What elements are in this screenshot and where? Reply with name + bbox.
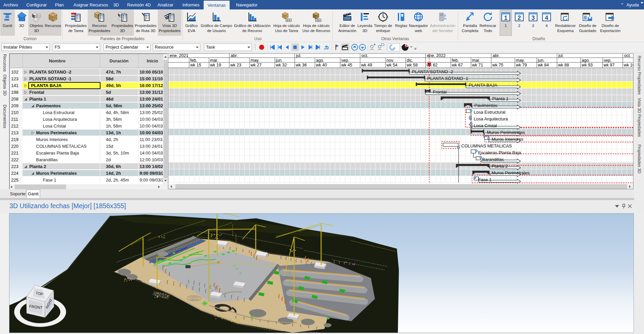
svg-text:wk 84: wk 84 — [537, 63, 549, 67]
svg-text:wk 88: wk 88 — [558, 63, 569, 67]
svg-text:4: 4 — [545, 15, 548, 21]
svg-text:Planta 2: Planta 2 — [492, 164, 508, 169]
svg-text:wk 40: wk 40 — [316, 63, 327, 67]
svg-text:wk 58: wk 58 — [406, 63, 418, 67]
svg-text:feb.: feb. — [452, 58, 459, 63]
svg-text:abr.: abr. — [493, 53, 500, 58]
svg-text:2: 2 — [518, 15, 521, 21]
svg-text:Losa Arquitectura: Losa Arquitectura — [474, 116, 508, 121]
svg-text:wk 36: wk 36 — [295, 63, 307, 67]
svg-text:mar.: mar. — [210, 58, 218, 63]
svg-text:PLANTA BAJA: PLANTA BAJA — [469, 83, 497, 88]
svg-text:wk 97: wk 97 — [603, 63, 615, 67]
svg-text:ago.: ago. — [582, 58, 590, 63]
svg-text:Muros Interiores: Muros Interiores — [492, 137, 523, 142]
svg-text:dic.: dic. — [407, 58, 413, 63]
svg-text:wk 23: wk 23 — [230, 63, 241, 67]
svg-text:3: 3 — [531, 15, 535, 21]
svg-text:1: 1 — [504, 15, 507, 21]
svg-text:ago.: ago. — [316, 58, 324, 63]
svg-text:may.: may. — [516, 58, 525, 63]
svg-text:sep.: sep. — [341, 58, 349, 63]
svg-text:Losa Cristal: Losa Cristal — [474, 123, 497, 128]
svg-text:sep.: sep. — [604, 58, 612, 63]
svg-text:jun.: jun. — [275, 58, 283, 63]
svg-text:wk 15: wk 15 — [190, 63, 201, 67]
svg-text:Muros Perimetrales: Muros Perimetrales — [492, 170, 530, 175]
svg-text:feb.: feb. — [190, 58, 197, 63]
svg-text:ene. 2022: ene. 2022 — [427, 53, 446, 58]
svg-text:PLANTA SÓTANO -1: PLANTA SÓTANO -1 — [427, 76, 468, 81]
svg-text:jul.: jul. — [558, 53, 564, 58]
svg-text:nov.: nov. — [386, 58, 394, 63]
svg-text:wk 10: wk 10 — [623, 63, 634, 67]
svg-text:COLUMNAS METALICAS: COLUMNAS METALICAS — [461, 143, 512, 148]
svg-text:wk 79: wk 79 — [516, 63, 527, 67]
svg-text:wk 67: wk 67 — [451, 63, 463, 67]
svg-text:oct.: oct. — [361, 53, 368, 58]
svg-text:Frontal: Frontal — [433, 89, 447, 94]
svg-text:wk 19: wk 19 — [210, 63, 221, 67]
svg-text:wk 49: wk 49 — [361, 63, 372, 67]
svg-text:wk 27: wk 27 — [250, 63, 262, 67]
svg-text:Escaleras Planta Baja: Escaleras Planta Baja — [478, 150, 521, 155]
svg-text:Planta 1: Planta 1 — [492, 96, 508, 101]
svg-text:ene. 2021: ene. 2021 — [170, 53, 188, 58]
svg-text:PLANTA SOTANO -2: PLANTA SOTANO -2 — [412, 69, 453, 74]
svg-text:wk 93: wk 93 — [581, 63, 593, 67]
svg-text:Barandillas: Barandillas — [482, 157, 504, 162]
svg-text:Fase 1: Fase 1 — [478, 177, 492, 182]
svg-text:mar.: mar. — [472, 58, 480, 63]
svg-text:wk 54: wk 54 — [386, 63, 398, 67]
svg-text:wk 32: wk 32 — [275, 63, 287, 67]
svg-text:wk 71: wk 71 — [472, 63, 483, 67]
svg-text:Losa Estructural: Losa Estructural — [474, 110, 505, 115]
svg-text:Muros Perimetrales: Muros Perimetrales — [487, 130, 525, 135]
svg-text:wk 75: wk 75 — [492, 63, 503, 67]
svg-text:wk 45: wk 45 — [341, 63, 352, 67]
svg-text:oct.: oct. — [624, 53, 631, 58]
svg-text:abr.: abr. — [231, 53, 238, 58]
svg-text:jul.: jul. — [296, 53, 301, 58]
svg-text:Pavimentos: Pavimentos — [474, 103, 497, 108]
svg-text:jun.: jun. — [537, 58, 545, 63]
svg-text:may.: may. — [251, 58, 259, 63]
